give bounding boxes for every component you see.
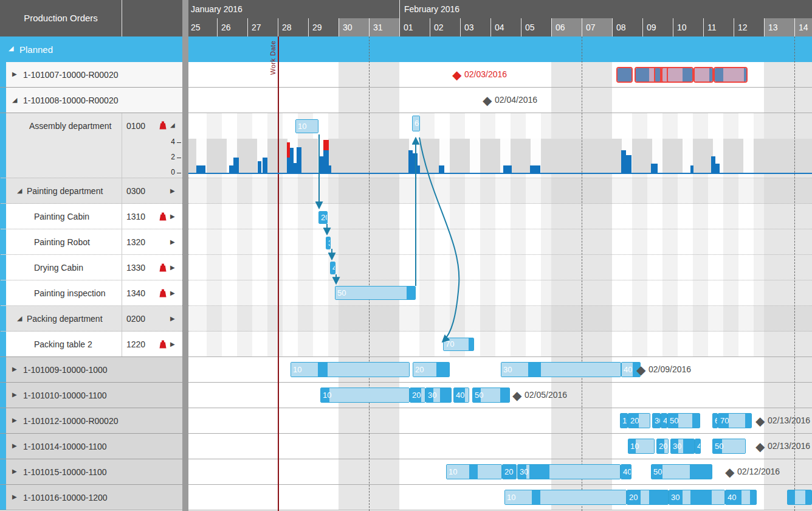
sidebar-row-dryingcabin[interactable]: Drying Cabin1330▶ — [0, 255, 182, 280]
sidebar-row-paintinspect[interactable]: Painting inspection1340▶ — [0, 280, 182, 306]
operation-bar[interactable]: 40 — [621, 464, 631, 479]
operation-bar[interactable]: 60 — [712, 413, 718, 428]
sidebar-row-r101007[interactable]: ▶1-101007-10000-R00020 — [0, 62, 182, 88]
bar-segment — [722, 439, 746, 453]
row-expander-expanded[interactable]: ◢ — [17, 187, 22, 195]
row-expander-collapsed[interactable]: ▶ — [12, 442, 17, 449]
operation-bar-conflict[interactable]: 50 — [667, 67, 693, 83]
operation-bar[interactable]: 50 — [472, 388, 510, 403]
operation-bar[interactable]: 70 — [718, 413, 752, 428]
chart-expander-collapsed[interactable]: ▶ — [170, 290, 175, 296]
milestone-diamond[interactable]: ◆ — [755, 415, 767, 427]
chart-expander-collapsed[interactable]: ▶ — [170, 341, 175, 347]
operation-bar[interactable]: 40 — [661, 413, 667, 428]
sidebar-row-packtable[interactable]: Packing table 21220▶ — [0, 332, 182, 357]
milestone-diamond[interactable]: ◆ — [512, 389, 524, 401]
operation-bar[interactable]: 30 — [425, 388, 452, 403]
planned-group-band[interactable] — [188, 36, 812, 62]
operation-bar[interactable]: 10 — [446, 464, 502, 479]
milestone-diamond[interactable]: ◆ — [725, 466, 737, 478]
sidebar-row-paintrobot[interactable]: Painting Robot1320▶ — [0, 229, 182, 255]
sidebar-row-paintcabin[interactable]: Painting Cabin1310▶ — [0, 204, 182, 229]
operation-bar[interactable]: 20 — [628, 413, 650, 428]
operation-bar[interactable]: 50 — [712, 439, 746, 454]
bar-label: 20 — [415, 363, 424, 377]
sidebar-row-paintdept[interactable]: ◢Painting department0300▶ — [0, 178, 182, 204]
chart-expander-collapsed[interactable]: ▶ — [170, 187, 175, 194]
operation-bar[interactable]: 20 — [413, 362, 450, 377]
row-separator — [188, 484, 812, 485]
chart-expander-collapsed[interactable]: ▶ — [170, 264, 175, 271]
milestone-diamond[interactable]: ◆ — [452, 69, 464, 81]
milestone-diamond[interactable]: ◆ — [636, 364, 648, 376]
sidebar-row-assembly[interactable]: Assembly department0100◢ — [0, 113, 182, 178]
operation-bar[interactable]: 10 — [291, 362, 410, 377]
operation-bar[interactable]: 40 — [330, 262, 335, 274]
operation-bar[interactable]: 20 — [656, 439, 669, 454]
bar-label: 20 — [321, 212, 328, 223]
operation-bar-conflict[interactable]: 70 — [714, 67, 748, 83]
operation-bar[interactable]: 40 — [725, 490, 757, 505]
bar-segment — [745, 414, 752, 428]
operation-bar[interactable]: 20 — [318, 211, 328, 224]
row-expander-collapsed[interactable]: ▶ — [12, 391, 17, 398]
sidebar-row-planned[interactable]: ◢Planned — [0, 36, 182, 62]
operation-bar[interactable]: 30 — [652, 413, 661, 428]
sidebar-row-r101014[interactable]: ▶1-101014-10000-1100 — [0, 434, 182, 459]
operation-bar[interactable]: 10 — [504, 490, 627, 505]
sidebar-row-r101015[interactable]: ▶1-101015-10000-1100 — [0, 459, 182, 485]
day-header-cell: 12 — [734, 18, 764, 36]
operation-bar[interactable]: 40 — [453, 388, 469, 403]
operation-bar[interactable] — [787, 490, 812, 505]
row-expander-collapsed[interactable]: ▶ — [12, 71, 17, 77]
chart-expander-collapsed[interactable]: ▶ — [170, 315, 175, 322]
operation-bar[interactable]: 20 — [627, 490, 669, 505]
row-expander-collapsed[interactable]: ▶ — [12, 468, 17, 474]
operation-bar[interactable]: 50 — [667, 413, 700, 428]
operation-bar[interactable]: 10 — [295, 119, 318, 133]
chart-expander-expanded[interactable]: ◢ — [170, 122, 175, 128]
sidebar-row-r101012[interactable]: ▶1-101012-10000-R00020 — [0, 408, 182, 434]
milestone-date-label: 02/04/2016 — [495, 95, 537, 105]
row-expander-expanded[interactable]: ◢ — [17, 315, 22, 322]
operation-bar-conflict[interactable]: 30 — [654, 67, 661, 83]
chart-expander-collapsed[interactable]: ▶ — [170, 213, 175, 220]
operation-bar[interactable]: 30 — [669, 490, 725, 505]
operation-bar[interactable]: 20 — [410, 388, 425, 403]
table-chart-splitter[interactable] — [182, 0, 188, 511]
sidebar-row-r101016[interactable]: ▶1-101016-10000-1200 — [0, 485, 182, 510]
operation-bar-conflict[interactable]: 10 — [616, 67, 633, 83]
operation-bar[interactable]: 50 — [651, 464, 712, 479]
day-header-cell: 06 — [551, 18, 582, 36]
milestone-diamond[interactable]: ◆ — [755, 440, 767, 453]
operation-bar[interactable]: 40 — [695, 439, 701, 454]
row-expander-collapsed[interactable]: ▶ — [12, 417, 17, 423]
bar-segment — [478, 465, 502, 479]
row-separator — [188, 408, 812, 408]
sidebar-row-r101008[interactable]: ◢1-101008-10000-R00020 — [0, 88, 182, 113]
row-expander-collapsed[interactable]: ▶ — [12, 493, 17, 500]
operation-bar[interactable]: 70 — [443, 338, 474, 351]
operation-bar[interactable]: 20 — [502, 464, 517, 479]
row-expander-expanded[interactable]: ◢ — [12, 96, 17, 104]
operation-bar[interactable]: 30 — [670, 439, 695, 454]
operation-bar[interactable]: 10 — [620, 413, 628, 428]
row-expander-collapsed[interactable]: ▶ — [12, 366, 17, 372]
sidebar-row-r101009[interactable]: ▶1-101009-10000-1000 — [0, 357, 182, 383]
operation-bar[interactable]: 30 — [501, 362, 621, 377]
bar-segment — [692, 414, 700, 428]
operation-bar-conflict[interactable]: 60 — [693, 67, 714, 83]
row-expander-expanded[interactable]: ◢ — [9, 44, 13, 52]
sidebar-row-r101010[interactable]: ▶1-101010-10000-1100 — [0, 383, 182, 408]
chart-expander-collapsed[interactable]: ▶ — [170, 238, 175, 245]
sidebar-row-packdept[interactable]: ◢Packing department0200▶ — [0, 306, 182, 332]
operation-bar[interactable]: 50 — [335, 286, 416, 300]
milestone-diamond[interactable]: ◆ — [483, 94, 494, 106]
month-header-january: January 2016 — [188, 0, 399, 18]
operation-bar[interactable]: 30 — [326, 237, 331, 249]
operation-bar[interactable]: 10 — [320, 388, 410, 403]
operation-bar[interactable]: 10 — [628, 439, 655, 454]
operation-bar[interactable]: 30 — [517, 464, 621, 479]
operation-bar[interactable]: 60 — [412, 116, 420, 131]
histogram-load-bar — [651, 164, 658, 173]
